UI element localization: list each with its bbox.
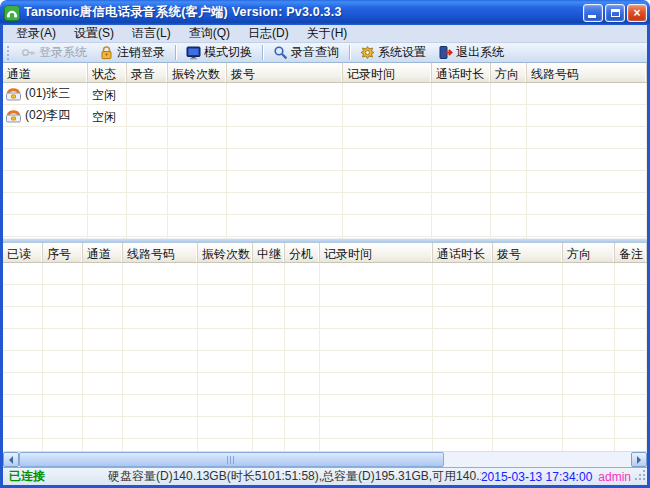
channel-cell: (02)李四 (3, 105, 88, 126)
channel-label: (01)张三 (25, 85, 70, 102)
close-button[interactable]: × (627, 4, 647, 22)
scrollbar-thumb[interactable] (19, 452, 444, 467)
toolbar-separator (175, 45, 176, 60)
disk-capacity-info: 硬盘容量(D)140.13GB(时长5101:51:58),总容量(D)195.… (108, 468, 481, 485)
scrollbar-track[interactable] (19, 452, 631, 467)
login-system-label: 登录系统 (39, 44, 87, 61)
scroll-left-button[interactable] (3, 452, 19, 467)
menu-language[interactable]: 语言(L) (123, 25, 180, 43)
mode-switch-monitor-icon (186, 45, 201, 60)
column-header-channel[interactable]: 通道 (3, 63, 88, 82)
arrow-left-icon (5, 456, 13, 464)
channel-cell: (01)张三 (3, 83, 88, 104)
menu-log[interactable]: 日志(D) (239, 25, 298, 43)
record-query-label: 录音查询 (291, 44, 339, 61)
column-header-read[interactable]: 已读 (3, 243, 43, 262)
channel-label: (02)李四 (25, 107, 70, 124)
menu-settings[interactable]: 设置(S) (65, 25, 123, 43)
channels-table-header: 通道 状态 录音 振铃次数 拨号 记录时间 通话时长 方向 线路号码 (3, 63, 647, 83)
scroll-right-button[interactable] (631, 452, 647, 467)
menu-bar: 登录(A) 设置(S) 语言(L) 查询(Q) 日志(D) 关于(H) (3, 25, 647, 43)
logout-button[interactable]: 注销登录 (93, 43, 171, 62)
minimize-icon (588, 15, 596, 18)
login-system-button[interactable]: 登录系统 (15, 43, 93, 62)
empty-row (3, 307, 647, 329)
record-query-button[interactable]: 录音查询 (267, 43, 345, 62)
column-header-extension[interactable]: 分机 (285, 243, 320, 262)
mode-switch-label: 模式切换 (204, 44, 252, 61)
column-header-remark[interactable]: 备注 (615, 243, 647, 262)
column-header-serial[interactable]: 序号 (43, 243, 83, 262)
channel-status: 空闲 (88, 83, 127, 104)
phone-channel-icon (5, 109, 22, 123)
toolbar-gripper[interactable] (7, 46, 10, 60)
channel-row-2[interactable]: (02)李四 空闲 (3, 105, 647, 127)
empty-row (3, 417, 647, 439)
exit-system-button[interactable]: 退出系统 (432, 43, 510, 62)
arrow-right-icon (637, 456, 645, 464)
column-header-trunk[interactable]: 中继 (253, 243, 285, 262)
empty-row (3, 149, 647, 171)
empty-row (3, 171, 647, 193)
exit-system-icon (438, 45, 453, 60)
column-header-dial[interactable]: 拨号 (493, 243, 563, 262)
column-header-direction[interactable]: 方向 (491, 63, 527, 82)
menu-login[interactable]: 登录(A) (7, 25, 65, 43)
records-table-header: 已读 序号 通道 线路号码 振铃次数 中继 分机 记录时间 通话时长 拨号 方向… (3, 243, 647, 263)
system-settings-button[interactable]: 系统设置 (354, 43, 432, 62)
column-header-ring-count[interactable]: 振铃次数 (168, 63, 227, 82)
empty-row (3, 395, 647, 417)
column-header-direction[interactable]: 方向 (563, 243, 615, 262)
column-header-channel[interactable]: 通道 (83, 243, 123, 262)
records-rows (3, 263, 647, 451)
channel-row-1[interactable]: (01)张三 空闲 (3, 83, 647, 105)
column-header-record-time[interactable]: 记录时间 (320, 243, 433, 262)
column-header-status[interactable]: 状态 (88, 63, 127, 82)
empty-row (3, 329, 647, 351)
menu-about[interactable]: 关于(H) (298, 25, 357, 43)
column-header-line-number[interactable]: 线路号码 (123, 243, 198, 262)
login-key-icon (21, 45, 36, 60)
system-settings-gear-icon (360, 45, 375, 60)
column-header-ring-count[interactable]: 振铃次数 (198, 243, 253, 262)
record-search-magnifier-icon (273, 45, 288, 60)
toolbar-separator (349, 45, 350, 60)
toolbar: 登录系统 注销登录 模式切换 (3, 43, 647, 63)
resize-grip-icon (635, 468, 647, 482)
column-header-dial[interactable]: 拨号 (227, 63, 343, 82)
close-icon: × (633, 7, 640, 19)
resize-grip[interactable] (635, 468, 647, 485)
horizontal-scrollbar[interactable] (3, 451, 647, 467)
minimize-button[interactable] (583, 4, 603, 22)
app-window: Tansonic唐信电话录音系统(客户端) Version: Pv3.0.3.3… (0, 0, 650, 488)
empty-row (3, 263, 647, 285)
maximize-button[interactable] (605, 4, 625, 22)
logout-padlock-icon (99, 45, 114, 60)
logout-label: 注销登录 (117, 44, 165, 61)
column-header-line-number[interactable]: 线路号码 (527, 63, 647, 82)
empty-row (3, 439, 647, 451)
exit-system-label: 退出系统 (456, 44, 504, 61)
empty-row (3, 127, 647, 149)
column-header-call-duration[interactable]: 通话时长 (432, 63, 491, 82)
menu-query[interactable]: 查询(Q) (180, 25, 239, 43)
channels-table: 通道 状态 录音 振铃次数 拨号 记录时间 通话时长 方向 线路号码 (3, 63, 647, 238)
maximize-icon (611, 9, 620, 17)
system-settings-label: 系统设置 (378, 44, 426, 61)
title-bar: Tansonic唐信电话录音系统(客户端) Version: Pv3.0.3.3… (0, 0, 650, 25)
status-username: admin (598, 470, 631, 484)
window-title: Tansonic唐信电话录音系统(客户端) Version: Pv3.0.3.3 (24, 4, 583, 21)
status-datetime: 2015-03-13 17:34:00 (481, 470, 592, 484)
column-header-recording[interactable]: 录音 (127, 63, 168, 82)
window-body: 登录(A) 设置(S) 语言(L) 查询(Q) 日志(D) 关于(H) 登录系统 (0, 25, 650, 488)
column-header-call-duration[interactable]: 通话时长 (433, 243, 493, 262)
channel-status: 空闲 (88, 105, 127, 126)
thumb-grip-icon (227, 456, 236, 464)
empty-row (3, 351, 647, 373)
mode-switch-button[interactable]: 模式切换 (180, 43, 258, 62)
empty-row (3, 285, 647, 307)
column-header-record-time[interactable]: 记录时间 (343, 63, 432, 82)
connection-status: 已连接 (3, 468, 108, 485)
empty-row (3, 215, 647, 237)
empty-row (3, 373, 647, 395)
